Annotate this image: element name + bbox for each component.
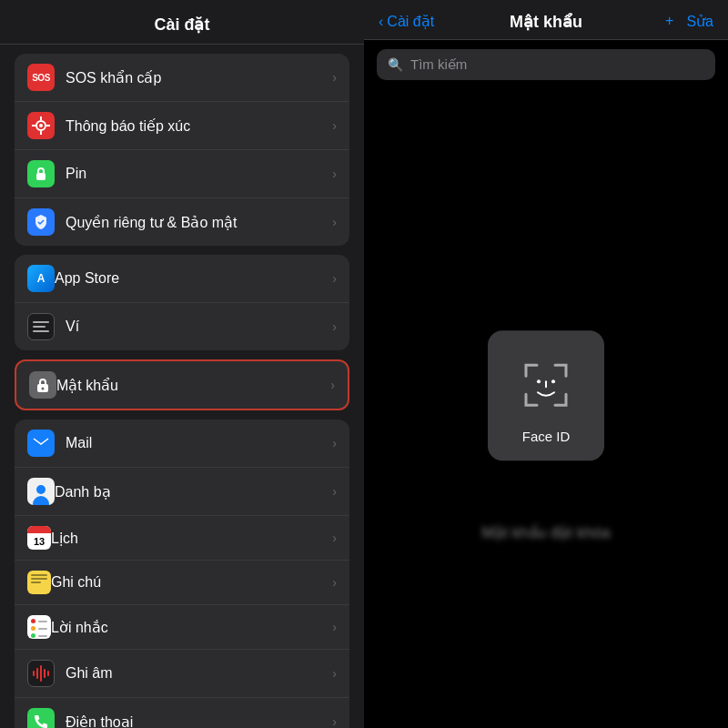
sos-chevron: › [332, 70, 337, 85]
settings-group-1: SOS SOS khẩn cấp › Thông báo [15, 54, 349, 246]
notes-chevron: › [332, 575, 337, 590]
wallet-chevron: › [332, 319, 337, 334]
faceid-icon [517, 356, 575, 414]
appstore-chevron: › [332, 271, 337, 286]
faceid-label: Face ID [522, 429, 571, 444]
contacts-icon [27, 478, 55, 505]
back-label: Cài đặt [387, 13, 434, 30]
appstore-label: App Store [55, 270, 332, 287]
voice-chevron: › [332, 666, 337, 681]
right-panel: ‹ Cài đặt Mật khẩu + Sửa 🔍 Tìm kiếm [364, 0, 728, 728]
phone-icon [27, 708, 55, 728]
password-chevron: › [330, 378, 335, 392]
settings-item-voice[interactable]: Ghi âm › [15, 650, 349, 698]
left-panel: Cài đặt SOS SOS khẩn cấp › [0, 0, 364, 728]
pin-label: Pin [66, 166, 332, 182]
faceid-icon-container [513, 352, 579, 418]
left-header: Cài đặt [0, 0, 364, 45]
search-icon: 🔍 [388, 57, 403, 72]
calendar-chevron: › [332, 531, 337, 545]
voice-label: Ghi âm [66, 665, 332, 682]
calendar-label: Lịch [51, 530, 332, 547]
calendar-icon: 13 [27, 526, 51, 550]
password-label: Mật khẩu [56, 377, 330, 394]
sos-label: SOS khẩn cấp [66, 69, 332, 86]
phone-chevron: › [332, 714, 337, 728]
right-content: Face ID Mật khẩu đặt khóa [364, 89, 728, 728]
header-actions: + Sửa [665, 13, 713, 30]
appstore-icon: A [27, 265, 55, 292]
wallet-icon [27, 313, 55, 340]
pin-icon [27, 160, 55, 187]
settings-list: SOS SOS khẩn cấp › Thông báo [0, 45, 364, 728]
right-title: Mật khẩu [510, 12, 582, 32]
settings-item-reminders[interactable]: Lời nhắc › [15, 605, 349, 650]
faceid-popup: Face ID [488, 330, 604, 460]
voice-icon [27, 660, 55, 687]
phone-label: Điện thoại [66, 713, 332, 729]
wallet-label: Ví [66, 318, 332, 335]
faceid-subtitle: Mật khẩu đặt khóa [481, 523, 611, 536]
contacts-chevron: › [332, 484, 337, 499]
settings-item-notify[interactable]: Thông báo tiếp xúc › [15, 102, 349, 150]
sos-icon: SOS [27, 64, 55, 91]
settings-item-password[interactable]: Mật khẩu › [16, 361, 348, 409]
svg-point-9 [42, 388, 45, 390]
settings-item-wallet[interactable]: Ví › [15, 303, 349, 350]
pin-chevron: › [332, 167, 337, 181]
settings-item-calendar[interactable]: 13 Lịch › [15, 516, 349, 561]
settings-item-sos[interactable]: SOS SOS khẩn cấp › [15, 54, 349, 102]
settings-item-contacts[interactable]: Danh bạ › [15, 468, 349, 516]
contacts-label: Danh bạ [55, 483, 332, 500]
reminders-chevron: › [332, 620, 337, 634]
settings-item-notes[interactable]: Ghi chú › [15, 561, 349, 605]
left-title: Cài đặt [154, 15, 209, 34]
settings-group-3: Mật khẩu › [15, 359, 349, 410]
privacy-chevron: › [332, 215, 337, 229]
svg-rect-10 [32, 436, 50, 450]
privacy-icon [27, 208, 55, 236]
svg-point-1 [39, 124, 43, 127]
search-bar[interactable]: 🔍 Tìm kiếm [377, 49, 715, 80]
notes-icon [27, 571, 51, 594]
svg-point-11 [537, 379, 541, 383]
settings-item-appstore[interactable]: A App Store › [15, 255, 349, 303]
notify-icon [27, 112, 55, 139]
settings-group-4: Mail › Danh bạ › 13 Lịch › [15, 420, 349, 728]
search-placeholder: Tìm kiếm [410, 56, 467, 73]
settings-item-privacy[interactable]: Quyền riêng tư & Bảo mật › [15, 198, 349, 246]
privacy-label: Quyền riêng tư & Bảo mật [66, 214, 332, 231]
notify-label: Thông báo tiếp xúc [66, 117, 332, 135]
password-icon [29, 371, 56, 399]
edit-button[interactable]: Sửa [686, 13, 713, 30]
mail-chevron: › [332, 436, 337, 450]
svg-rect-6 [36, 173, 46, 180]
settings-item-pin[interactable]: Pin › [15, 150, 349, 198]
mail-label: Mail [66, 435, 332, 451]
reminders-label: Lời nhắc [51, 619, 332, 636]
notify-chevron: › [332, 118, 337, 133]
notes-label: Ghi chú [51, 574, 332, 591]
reminders-icon [27, 615, 51, 639]
settings-item-phone[interactable]: Điện thoại › [15, 698, 349, 728]
settings-group-2: A App Store › Ví › [15, 255, 349, 350]
mail-icon [27, 430, 55, 457]
back-chevron-icon: ‹ [379, 14, 383, 30]
svg-text:A: A [37, 272, 46, 285]
add-button[interactable]: + [665, 13, 673, 30]
right-header: ‹ Cài đặt Mật khẩu + Sửa [364, 0, 728, 40]
svg-point-12 [551, 379, 555, 383]
back-button[interactable]: ‹ Cài đặt [379, 13, 434, 30]
settings-item-mail[interactable]: Mail › [15, 420, 349, 468]
